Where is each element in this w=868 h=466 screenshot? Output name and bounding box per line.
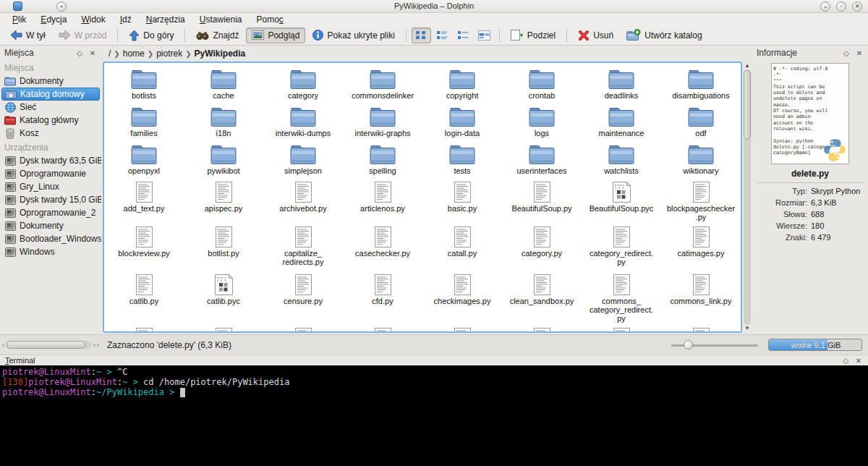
folder-item-commonsdelinker[interactable]: commonsdelinker [343, 69, 422, 106]
delete-button[interactable]: Usuń [572, 27, 619, 44]
menu-item-ustawienia[interactable]: Ustawienia [193, 14, 249, 25]
breadcrumb-item-home[interactable]: home [123, 48, 145, 59]
file-item-partial[interactable] [661, 328, 741, 333]
titlebar[interactable]: • PyWikipedia – Dolphin ⌄ ◦ ✕ [0, 0, 868, 13]
places-horizontal-scrollbar[interactable]: ‹ ‹ › [0, 341, 101, 349]
sidebar-item-dokumenty[interactable]: Dokumenty [1, 75, 100, 88]
file-item-category.py[interactable]: category.py [502, 226, 582, 274]
folder-item-spelling[interactable]: spelling [343, 144, 422, 182]
file-item-BeautifulSoup.pyc[interactable]: BeautifulSoup.pyc [582, 182, 661, 226]
preview-toggle-button[interactable]: Podgląd [246, 27, 305, 43]
file-item-censure.py[interactable]: censure.py [263, 274, 343, 328]
terminal[interactable]: piotrek@LinuxMint:~ > ^C[130]piotrek@Lin… [0, 365, 868, 466]
close-panel-icon[interactable]: ✕ [854, 357, 863, 365]
close-button[interactable]: ✕ [852, 1, 862, 12]
scroll-left-icon[interactable]: ‹ [2, 342, 4, 349]
sidebar-item-bootloader_windowsa[interactable]: Bootloader_Windowsa [1, 232, 100, 245]
sidebar-item-dysk-twardy-63-5-gib[interactable]: Dysk twardy 63,5 GiB [1, 154, 100, 167]
view-mode-columns-button[interactable] [475, 27, 494, 43]
file-item-partial[interactable] [184, 328, 263, 333]
float-panel-icon[interactable]: ◇ [842, 49, 851, 57]
sidebar-item-gry_linux[interactable]: Gry_Linux [1, 180, 100, 193]
breadcrumb-item-pywikipedia[interactable]: PyWikipedia [195, 48, 246, 59]
file-item-basic.py[interactable]: basic.py [422, 182, 502, 226]
file-item-botlist.py[interactable]: botlist.py [184, 226, 263, 274]
view-mode-compact-button[interactable] [433, 27, 452, 43]
folder-item-tests[interactable]: tests [422, 144, 502, 182]
file-item-category_redirect.py[interactable]: category_redirect.py [582, 226, 661, 274]
file-item-partial[interactable] [263, 328, 343, 333]
file-item-casechecker.py[interactable]: casechecker.py [343, 226, 422, 274]
file-item-checkimages.py[interactable]: checkimages.py [422, 274, 502, 328]
float-panel-icon[interactable]: ◇ [841, 357, 850, 365]
show-hidden-files-button[interactable]: Pokaż ukryte pliki [307, 27, 400, 43]
minimize-button[interactable]: ⌄ [820, 1, 830, 12]
folder-item-category[interactable]: category [263, 69, 343, 106]
folder-item-wiktionary[interactable]: wiktionary [661, 144, 741, 182]
folder-item-interwiki-graphs[interactable]: interwiki-graphs [343, 106, 422, 144]
split-button[interactable]: Podziel [505, 27, 561, 43]
file-item-cfd.py[interactable]: cfd.py [343, 274, 422, 328]
file-item-commons_category_redirect.py[interactable]: commons_category_redirect.py [582, 274, 661, 328]
sidebar-item-oprogramowanie_2[interactable]: Oprogramowanie_2 [1, 206, 100, 219]
sidebar-item-oprogramowanie[interactable]: Oprogramowanie [1, 167, 100, 180]
folder-item-deadlinks[interactable]: deadlinks [582, 69, 661, 106]
close-panel-icon[interactable]: ✕ [855, 49, 864, 57]
menu-item-idź[interactable]: Idź [114, 14, 138, 25]
folder-item-maintenance[interactable]: maintenance [582, 106, 661, 144]
view-mode-details-button[interactable] [454, 27, 473, 43]
file-item-catall.py[interactable]: catall.py [422, 226, 502, 274]
slider-knob[interactable] [684, 340, 693, 350]
file-item-articlenos.py[interactable]: articlenos.py [343, 182, 422, 226]
sidebar-item-katalog-domowy[interactable]: Katalog domowy [1, 88, 100, 101]
folder-item-cache[interactable]: cache [184, 69, 263, 106]
menu-item-widok[interactable]: Widok [75, 14, 111, 25]
folder-item-userinterfaces[interactable]: userinterfaces [502, 144, 582, 182]
scroll-up-icon[interactable]: ▲ [744, 62, 750, 69]
scroll-left-icon[interactable]: ‹ [93, 342, 95, 349]
float-panel-icon[interactable]: ◇ [75, 49, 84, 57]
sidebar-item-dokumenty[interactable]: Dokumenty [1, 219, 100, 232]
scrollbar-track[interactable] [744, 69, 751, 325]
breadcrumb-item-piotrek[interactable]: piotrek [156, 48, 182, 59]
sidebar-item-dysk-twardy-15-0-gib[interactable]: Dysk twardy 15,0 GiB [1, 193, 100, 206]
scroll-right-icon[interactable]: › [97, 342, 99, 349]
view-mode-icons-button[interactable] [412, 27, 431, 43]
up-button[interactable]: Do góry [123, 27, 179, 44]
folder-item-watchlists[interactable]: watchlists [582, 144, 661, 182]
file-item-commons_link.py[interactable]: commons_link.py [661, 274, 741, 328]
forward-button[interactable]: W przód [53, 27, 113, 43]
folder-item-pywikibot[interactable]: pywikibot [184, 144, 263, 182]
find-button[interactable]: Znajdź [190, 27, 244, 43]
folder-item-crontab[interactable]: crontab [502, 69, 582, 106]
file-item-partial[interactable] [104, 328, 184, 333]
new-folder-button[interactable]: Utwórz katalog [621, 26, 707, 44]
file-item-blockpageschecker.py[interactable]: blockpageschecker.py [661, 182, 741, 226]
file-item-partial[interactable] [422, 328, 502, 333]
maximize-button[interactable]: ◦ [836, 1, 846, 12]
zoom-slider[interactable] [671, 339, 758, 351]
sidebar-item-katalog-główny[interactable]: Katalog główny [1, 114, 100, 127]
folder-item-botlists[interactable]: botlists [104, 69, 184, 106]
folder-item-openpyxl[interactable]: openpyxl [104, 144, 184, 182]
file-item-archivebot.py[interactable]: archivebot.py [263, 182, 343, 226]
sidebar-item-sieć[interactable]: Sieć [1, 101, 100, 114]
file-item-partial[interactable] [343, 328, 422, 333]
file-item-capitalize_redirects.py[interactable]: capitalize_redirects.py [263, 226, 343, 274]
folder-item-logs[interactable]: logs [502, 106, 582, 144]
breadcrumb-root[interactable]: / [109, 48, 111, 59]
file-item-partial[interactable] [582, 328, 661, 333]
file-item-apispec.py[interactable]: apispec.py [184, 182, 263, 226]
back-button[interactable]: W tył [4, 27, 51, 43]
menu-item-narzędzia[interactable]: Narzędzia [140, 14, 192, 25]
sidebar-item-kosz[interactable]: Kosz [1, 127, 100, 140]
scroll-down-icon[interactable]: ▼ [744, 325, 750, 332]
close-panel-icon[interactable]: ✕ [88, 49, 97, 57]
hscrollbar-track[interactable] [6, 341, 92, 349]
menu-item-edycja[interactable]: Edycja [34, 14, 73, 25]
folder-item-simplejson[interactable]: simplejson [263, 144, 343, 182]
file-item-blockreview.py[interactable]: blockreview.py [104, 226, 184, 274]
file-item-partial[interactable] [502, 328, 582, 333]
menu-item-pomoc[interactable]: Pomoc [250, 14, 290, 25]
menu-item-plik[interactable]: Plik [6, 14, 33, 25]
